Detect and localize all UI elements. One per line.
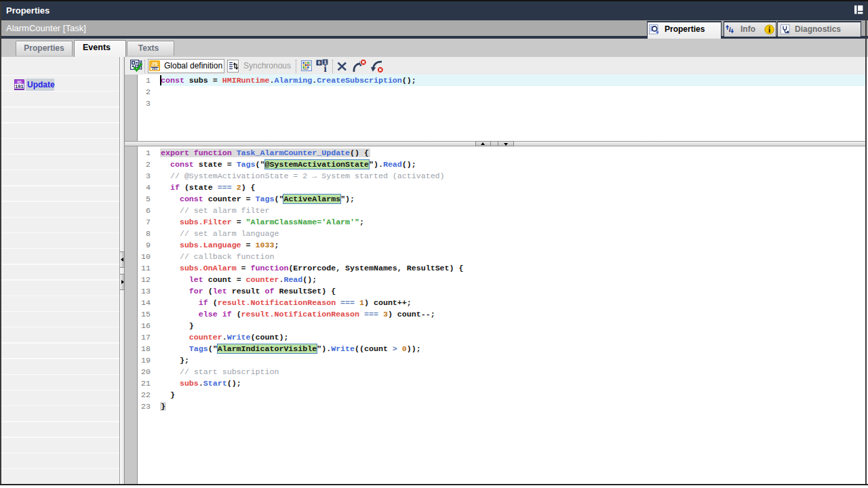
svg-text:i: i (323, 63, 326, 73)
svg-text:0: 0 (317, 60, 320, 66)
svg-text:101: 101 (15, 84, 24, 89)
svg-text:JS: JS (151, 61, 158, 67)
svg-text:IOI: IOI (152, 67, 158, 70)
